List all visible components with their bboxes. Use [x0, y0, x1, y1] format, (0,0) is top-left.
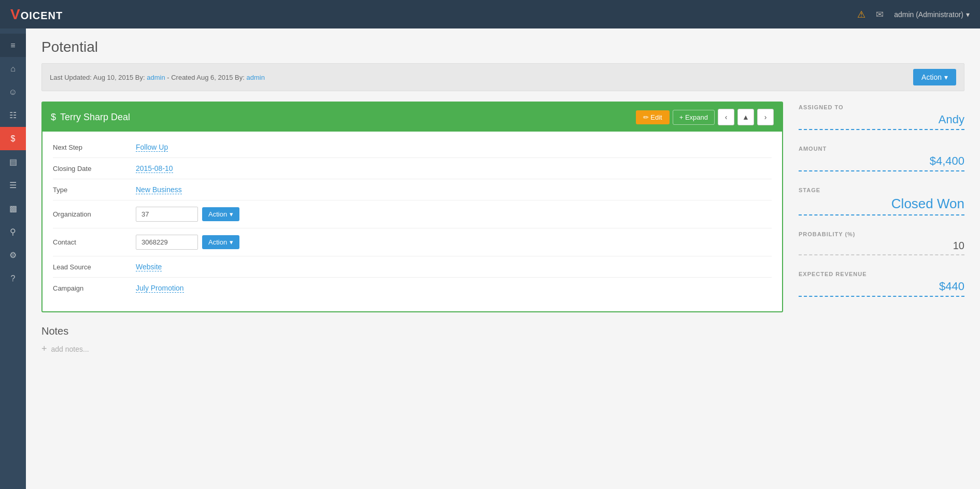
lead-source-link[interactable]: Website — [136, 263, 162, 271]
sidebar-item-help[interactable]: ? — [0, 267, 26, 290]
right-panel: ASSIGNED TO Andy AMOUNT $4,400 STAGE Clo… — [799, 102, 964, 312]
next-step-link[interactable]: Follow Up — [136, 143, 168, 152]
right-label-assigned-to: ASSIGNED TO — [799, 104, 964, 110]
closing-date-link[interactable]: 2015-08-10 — [136, 164, 173, 173]
sidebar-item-calendar[interactable]: ☰ — [0, 174, 26, 197]
last-updated-bar: Last Updated: Aug 10, 2015 By: admin - C… — [41, 63, 964, 91]
sidebar-item-search[interactable]: ⚲ — [0, 220, 26, 243]
right-value-amount[interactable]: $4,400 — [799, 154, 964, 171]
deal-title-text: Terry Sharp Deal — [60, 112, 130, 123]
deal-card: $ Terry Sharp Deal ✏ Edit + Expand ‹ ▲ ›… — [41, 102, 783, 312]
right-field-expected-revenue: EXPECTED REVENUE $440 — [799, 271, 964, 297]
prev-button[interactable]: ‹ — [718, 109, 734, 125]
right-field-amount: AMOUNT $4,400 — [799, 146, 964, 171]
field-value-campaign: July Promotion — [136, 284, 772, 292]
field-value-next-step: Follow Up — [136, 143, 772, 151]
help-icon: ? — [11, 274, 16, 283]
sidebar-item-home[interactable]: ⌂ — [0, 57, 26, 80]
top-navbar: VOICENT ⚠ ✉ admin (Administrator) ▾ — [0, 0, 980, 28]
organization-action-arrow: ▾ — [230, 210, 233, 218]
org-icon: ☷ — [9, 110, 17, 120]
top-action-button[interactable]: Action ▾ — [913, 69, 956, 85]
contact-action-label: Action — [208, 238, 227, 246]
right-label-expected-revenue: EXPECTED REVENUE — [799, 271, 964, 277]
created-admin-link[interactable]: admin — [246, 74, 264, 81]
expand-button[interactable]: + Expand — [673, 110, 715, 125]
notes-section: Notes + add notes... — [41, 325, 964, 354]
feed-icon: ▩ — [9, 204, 17, 213]
admin-dropdown[interactable]: admin (Administrator) ▾ — [894, 10, 970, 19]
right-value-expected-revenue[interactable]: $440 — [799, 280, 964, 297]
right-value-probability[interactable]: 10 — [799, 240, 964, 255]
field-value-closing-date: 2015-08-10 — [136, 164, 772, 172]
deal-fields: Next Step Follow Up Closing Date 2015-08… — [42, 132, 782, 309]
type-link[interactable]: New Business — [136, 185, 182, 194]
next-button[interactable]: › — [757, 109, 774, 125]
add-note-placeholder: add notes... — [51, 345, 89, 353]
field-row-lead-source: Lead Source Website — [53, 256, 772, 278]
campaign-link[interactable]: July Promotion — [136, 284, 184, 293]
right-label-amount: AMOUNT — [799, 146, 964, 152]
field-row-next-step: Next Step Follow Up — [53, 137, 772, 158]
edit-button[interactable]: ✏ Edit — [636, 110, 670, 124]
field-label-organization: Organization — [53, 210, 136, 218]
admin-label-text: admin (Administrator) — [894, 10, 963, 19]
field-label-lead-source: Lead Source — [53, 263, 136, 271]
sidebar-item-menu[interactable]: ≡ — [0, 34, 26, 57]
deal-dollar-icon: $ — [51, 112, 56, 123]
organization-action-label: Action — [208, 210, 227, 218]
home-icon: ⌂ — [10, 64, 16, 74]
last-updated-text: Last Updated: Aug 10, 2015 By: admin - C… — [50, 74, 265, 81]
deal-title: $ Terry Sharp Deal — [51, 112, 130, 123]
sidebar-item-feed[interactable]: ▩ — [0, 197, 26, 220]
contact-action-button[interactable]: Action ▾ — [202, 235, 239, 249]
calendar-icon: ☰ — [9, 180, 17, 190]
field-row-type: Type New Business — [53, 179, 772, 200]
sidebar-item-deals[interactable]: $ — [0, 127, 26, 150]
sidebar-item-docs[interactable]: ▤ — [0, 150, 26, 174]
deal-header-actions: ✏ Edit + Expand ‹ ▲ › — [636, 109, 774, 125]
organization-action-button[interactable]: Action ▾ — [202, 207, 239, 221]
right-label-probability: PROBABILITY (%) — [799, 231, 964, 237]
dollar-icon: $ — [11, 134, 16, 143]
sidebar-item-org[interactable]: ☷ — [0, 104, 26, 127]
logo-area: VOICENT — [10, 6, 63, 23]
left-sidebar: ≡ ⌂ ☺ ☷ $ ▤ ☰ ▩ ⚲ ⚙ ? — [0, 28, 26, 489]
field-label-closing-date: Closing Date — [53, 165, 136, 172]
notes-title: Notes — [41, 325, 964, 337]
logo-text: OICENT — [21, 10, 63, 21]
right-value-stage[interactable]: Closed Won — [799, 196, 964, 215]
contact-action-arrow: ▾ — [230, 238, 233, 246]
right-field-stage: STAGE Closed Won — [799, 187, 964, 215]
right-label-stage: STAGE — [799, 187, 964, 193]
sidebar-item-contacts[interactable]: ☺ — [0, 80, 26, 104]
deal-header: $ Terry Sharp Deal ✏ Edit + Expand ‹ ▲ › — [42, 103, 782, 132]
sidebar-item-settings[interactable]: ⚙ — [0, 243, 26, 267]
right-field-assigned-to: ASSIGNED TO Andy — [799, 104, 964, 130]
field-value-lead-source: Website — [136, 263, 772, 271]
add-note-plus-icon: + — [41, 343, 47, 354]
content-layout: $ Terry Sharp Deal ✏ Edit + Expand ‹ ▲ ›… — [41, 102, 964, 312]
alert-icon[interactable]: ⚠ — [857, 9, 865, 20]
field-row-closing-date: Closing Date 2015-08-10 — [53, 158, 772, 179]
logo: VOICENT — [10, 6, 63, 23]
right-value-assigned-to[interactable]: Andy — [799, 113, 964, 130]
last-updated-admin-link[interactable]: admin — [147, 74, 165, 81]
mail-icon[interactable]: ✉ — [876, 9, 884, 20]
right-field-probability: PROBABILITY (%) 10 — [799, 231, 964, 255]
up-button[interactable]: ▲ — [737, 109, 754, 125]
search-icon: ⚲ — [10, 227, 16, 237]
admin-dropdown-arrow: ▾ — [966, 10, 970, 19]
docs-icon: ▤ — [9, 157, 17, 167]
main-content: Potential Last Updated: Aug 10, 2015 By:… — [26, 28, 980, 489]
settings-icon: ⚙ — [9, 250, 17, 260]
top-action-arrow: ▾ — [944, 73, 948, 81]
menu-icon: ≡ — [10, 41, 15, 50]
add-note-row[interactable]: + add notes... — [41, 343, 964, 354]
field-row-contact: Contact 3068229 Action ▾ — [53, 228, 772, 256]
top-action-label: Action — [921, 73, 942, 81]
logo-v-icon: V — [10, 6, 21, 22]
field-row-campaign: Campaign July Promotion — [53, 278, 772, 298]
field-label-contact: Contact — [53, 238, 136, 246]
field-row-organization: Organization 37 Action ▾ — [53, 200, 772, 228]
